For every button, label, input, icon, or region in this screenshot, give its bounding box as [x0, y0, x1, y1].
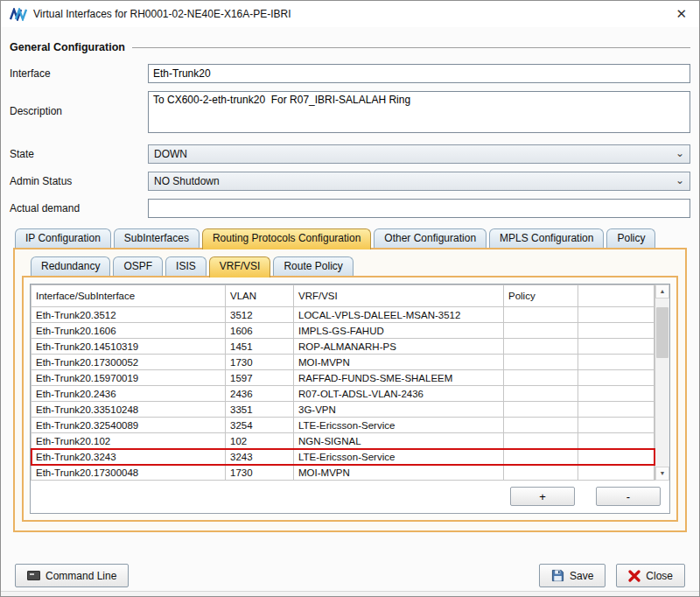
table-cell[interactable]: 3254 — [226, 418, 294, 433]
table-row[interactable]: Eth-Trunk20.35123512LOCAL-VPLS-DALEEL-MS… — [32, 307, 654, 323]
table-cell[interactable] — [578, 402, 654, 418]
table-cell[interactable] — [504, 433, 578, 449]
table-cell[interactable] — [578, 386, 654, 402]
table-cell[interactable]: MOI-MVPN — [294, 465, 504, 481]
table-cell[interactable]: Eth-Trunk20.1606 — [32, 323, 226, 339]
tab-routing-protocols-configuration[interactable]: Routing Protocols Configuration — [202, 228, 371, 249]
table-cell[interactable] — [578, 339, 654, 355]
table-cell[interactable]: 1606 — [226, 323, 294, 339]
state-select[interactable]: DOWN ⌄ — [148, 144, 690, 164]
table-cell[interactable] — [504, 370, 578, 386]
tab-policy[interactable]: Policy — [606, 228, 655, 248]
interface-input[interactable] — [148, 64, 690, 83]
subtab-ospf[interactable]: OSPF — [113, 256, 163, 276]
column-header[interactable]: VLAN — [226, 285, 294, 307]
table-row[interactable]: Eth-Trunk20.16061606IMPLS-GS-FAHUD — [32, 323, 654, 339]
scroll-up-icon[interactable]: ▲ — [655, 284, 669, 298]
subtab-isis[interactable]: ISIS — [165, 256, 206, 276]
table-cell[interactable]: Eth-Trunk20.17300052 — [32, 355, 226, 370]
table-row[interactable]: Eth-Trunk20.32433243LTE-Ericsson-Service — [32, 449, 654, 465]
table-cell[interactable]: Eth-Trunk20.32540089 — [32, 418, 226, 433]
column-header[interactable]: Policy — [504, 285, 578, 307]
table-cell[interactable]: 3243 — [226, 449, 294, 465]
table-cell[interactable]: 1597 — [226, 370, 294, 386]
table-cell[interactable] — [504, 449, 578, 465]
table-cell[interactable]: 3351 — [226, 402, 294, 418]
scrollbar-track[interactable] — [655, 298, 669, 467]
scrollbar-thumb[interactable] — [656, 307, 668, 358]
subtab-route-policy[interactable]: Route Policy — [273, 256, 353, 276]
table-row[interactable]: Eth-Trunk20.325400893254LTE-Ericsson-Ser… — [32, 418, 654, 433]
table-cell[interactable] — [578, 307, 654, 323]
table-cell[interactable] — [504, 386, 578, 402]
table-cell[interactable] — [504, 339, 578, 355]
tab-mpls-configuration[interactable]: MPLS Configuration — [489, 228, 604, 248]
table-cell[interactable]: Eth-Trunk20.17300048 — [32, 465, 226, 481]
table-cell[interactable]: MOI-MVPN — [294, 355, 504, 370]
table-cell[interactable] — [578, 433, 654, 449]
table-cell[interactable]: Eth-Trunk20.33510248 — [32, 402, 226, 418]
table-cell[interactable]: Eth-Trunk20.14510319 — [32, 339, 226, 355]
table-cell[interactable] — [578, 418, 654, 433]
table-cell[interactable]: RAFFAD-FUNDS-SME-SHALEEM — [294, 370, 504, 386]
table-row[interactable]: Eth-Trunk20.159700191597RAFFAD-FUNDS-SME… — [32, 370, 654, 386]
table-cell[interactable]: 1451 — [226, 339, 294, 355]
description-input[interactable]: To CX600-2-eth-trunk20 For R07_IBRI-SALA… — [148, 91, 690, 133]
subtab-redundancy[interactable]: Redundancy — [31, 256, 110, 276]
table-cell[interactable]: 1730 — [226, 465, 294, 481]
table-cell[interactable]: NGN-SIGNAL — [294, 433, 504, 449]
table-cell[interactable]: Eth-Trunk20.15970019 — [32, 370, 226, 386]
table-row[interactable]: Eth-Trunk20.173000481730MOI-MVPN — [32, 465, 654, 481]
column-header[interactable]: VRF/VSI — [294, 285, 504, 307]
table-row[interactable]: Eth-Trunk20.102102NGN-SIGNAL — [32, 433, 654, 449]
remove-row-button[interactable]: - — [596, 487, 661, 506]
table-cell[interactable]: 3512 — [226, 307, 294, 323]
table-cell[interactable]: LTE-Ericsson-Service — [294, 418, 504, 433]
table-cell[interactable]: 2436 — [226, 386, 294, 402]
table-cell[interactable]: 3G-VPN — [294, 402, 504, 418]
table-cell[interactable]: Eth-Trunk20.2436 — [32, 386, 226, 402]
column-header[interactable] — [578, 285, 654, 307]
table-cell[interactable] — [578, 323, 654, 339]
table-cell[interactable]: 102 — [226, 433, 294, 449]
table-row[interactable]: Eth-Trunk20.24362436R07-OLT-ADSL-VLAN-24… — [32, 386, 654, 402]
table-cell[interactable] — [504, 323, 578, 339]
table-cell[interactable] — [504, 465, 578, 481]
close-button[interactable]: Close — [616, 564, 685, 587]
command-line-icon — [27, 571, 40, 580]
admin-status-select[interactable]: NO Shutdown ⌄ — [148, 172, 690, 191]
table-cell[interactable]: LTE-Ericsson-Service — [294, 449, 504, 465]
bottom-button-bar: Command Line Save Close — [1, 564, 699, 587]
table-cell[interactable]: Eth-Trunk20.3512 — [32, 307, 226, 323]
tab-subinterfaces[interactable]: SubInterfaces — [114, 228, 200, 248]
vertical-scrollbar[interactable]: ▲ ▼ — [654, 284, 669, 481]
table-cell[interactable] — [504, 355, 578, 370]
table-cell[interactable] — [504, 402, 578, 418]
table-cell[interactable]: 1730 — [226, 355, 294, 370]
scroll-down-icon[interactable]: ▼ — [655, 467, 669, 481]
table-cell[interactable]: LOCAL-VPLS-DALEEL-MSAN-3512 — [294, 307, 504, 323]
table-cell[interactable] — [578, 355, 654, 370]
table-cell[interactable] — [578, 465, 654, 481]
subtab-vrf-vsi[interactable]: VRF/VSI — [209, 256, 271, 277]
table-cell[interactable] — [578, 449, 654, 465]
table-cell[interactable] — [504, 307, 578, 323]
table-cell[interactable]: Eth-Trunk20.3243 — [32, 449, 226, 465]
actual-demand-input[interactable] — [148, 199, 690, 218]
table-cell[interactable]: IMPLS-GS-FAHUD — [294, 323, 504, 339]
table-cell[interactable]: R07-OLT-ADSL-VLAN-2436 — [294, 386, 504, 402]
table-row[interactable]: Eth-Trunk20.145103191451ROP-ALMANARH-PS — [32, 339, 654, 355]
table-cell[interactable] — [504, 418, 578, 433]
table-row[interactable]: Eth-Trunk20.3351024833513G-VPN — [32, 402, 654, 418]
table-row[interactable]: Eth-Trunk20.173000521730MOI-MVPN — [32, 355, 654, 370]
add-row-button[interactable]: + — [510, 487, 575, 506]
window-close-icon[interactable]: ✕ — [672, 6, 690, 22]
column-header[interactable]: Interface/SubInterface — [32, 285, 226, 307]
save-button[interactable]: Save — [539, 564, 606, 587]
tab-other-configuration[interactable]: Other Configuration — [374, 228, 486, 248]
table-cell[interactable]: Eth-Trunk20.102 — [32, 433, 226, 449]
tab-ip-configuration[interactable]: IP Configuration — [15, 228, 111, 248]
command-line-button[interactable]: Command Line — [15, 564, 129, 587]
table-cell[interactable]: ROP-ALMANARH-PS — [294, 339, 504, 355]
table-cell[interactable] — [578, 370, 654, 386]
